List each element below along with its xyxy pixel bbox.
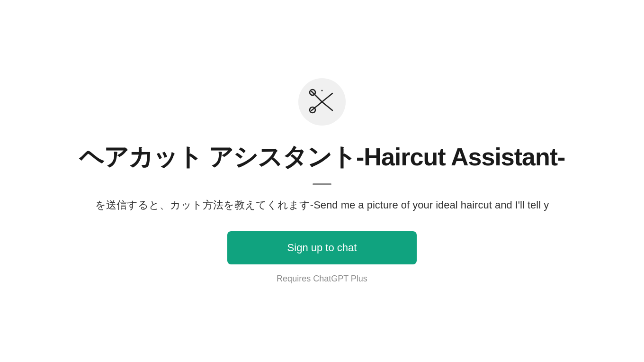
title-divider <box>313 183 331 185</box>
svg-point-7 <box>322 90 323 91</box>
svg-point-6 <box>321 101 323 103</box>
app-icon-container <box>298 78 346 126</box>
svg-line-0 <box>312 91 322 102</box>
signup-button[interactable]: Sign up to chat <box>227 231 417 264</box>
scissors-icon <box>308 88 336 116</box>
page-title: ヘアカット アシスタント-Haircut Assistant- <box>79 141 565 174</box>
page-description: を送信すると、カット方法を教えてくれます-Send me a picture o… <box>95 198 549 212</box>
svg-line-1 <box>312 102 322 110</box>
requires-text: Requires ChatGPT Plus <box>277 274 367 284</box>
svg-line-3 <box>322 102 332 110</box>
svg-line-2 <box>322 93 332 102</box>
page-container: ヘアカット アシスタント-Haircut Assistant- を送信すると、カ… <box>0 59 644 303</box>
